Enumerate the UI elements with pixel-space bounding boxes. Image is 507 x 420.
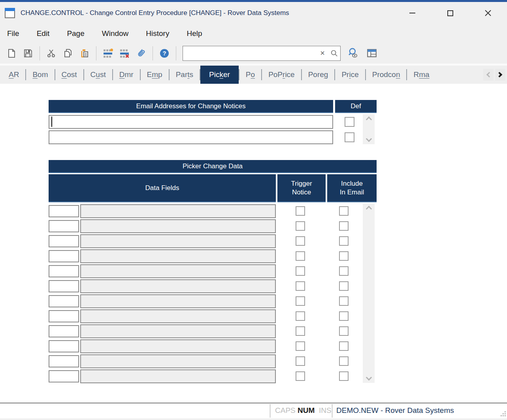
include-in-email-checkbox[interactable] [339,311,349,321]
close-button[interactable] [469,2,507,24]
trigger-notice-checkbox[interactable] [296,356,305,366]
search-icon[interactable] [328,49,340,57]
new-document-button[interactable] [3,45,20,61]
trigger-notice-checkbox[interactable] [296,221,305,231]
menu-window[interactable]: Window [102,29,129,38]
data-field-cell[interactable] [80,369,276,383]
trigger-notice-checkbox[interactable] [296,311,305,321]
data-field-cell[interactable] [80,279,276,293]
picker-scrollbar[interactable] [363,203,375,383]
trigger-notice-checkbox[interactable] [296,341,305,351]
default-checkbox[interactable] [345,132,354,142]
data-field-cell[interactable] [80,324,276,338]
tab-rma[interactable]: Rma [407,66,435,84]
window-layout-button[interactable] [364,45,380,61]
resize-grip[interactable] [500,411,506,417]
trigger-notice-checkbox[interactable] [296,266,305,276]
toolbar-separator [40,46,40,60]
tab-bom[interactable]: Bom [26,66,54,84]
row-code-input[interactable] [49,355,79,367]
include-in-email-checkbox[interactable] [339,236,349,246]
row-code-input[interactable] [49,235,79,247]
data-field-cell[interactable] [80,294,276,308]
menu-page[interactable]: Page [67,29,84,38]
attachment-button[interactable] [133,45,149,61]
trigger-notice-checkbox[interactable] [296,206,305,216]
tab-ar[interactable]: AR [2,66,25,84]
include-in-email-checkbox[interactable] [339,326,349,336]
minimize-button[interactable] [393,2,431,24]
include-in-email-checkbox[interactable] [339,206,349,216]
data-field-cell[interactable] [80,264,276,278]
tab-poprice[interactable]: PoPrice [262,66,301,84]
row-code-input[interactable] [49,295,79,307]
data-field-cell[interactable] [80,249,276,263]
trigger-notice-checkbox[interactable] [296,296,305,306]
search-input[interactable] [183,47,317,59]
menu-edit[interactable]: Edit [37,29,50,38]
data-field-cell[interactable] [80,234,276,248]
tab-parts[interactable]: Parts [170,66,200,84]
data-field-cell[interactable] [80,204,276,218]
row-code-input[interactable] [49,220,79,232]
include-in-email-checkbox[interactable] [339,296,349,306]
include-in-email-checkbox[interactable] [339,371,349,381]
row-code-input[interactable] [49,325,79,337]
tab-scroll-right-button[interactable] [495,69,505,81]
tab-poreg[interactable]: Poreg [302,66,335,84]
data-field-cell[interactable] [80,339,276,353]
include-in-email-checkbox[interactable] [339,356,349,366]
window-title: CHANGE.CONTROL - Change Control Entry Pr… [21,9,289,17]
data-field-cell[interactable] [80,309,276,323]
tab-po[interactable]: Po [239,66,261,84]
include-in-email-checkbox[interactable] [339,281,349,291]
paste-button[interactable] [76,45,93,61]
scroll-down-icon[interactable] [366,136,372,142]
tab-prodcon[interactable]: Prodcon [366,66,407,84]
maximize-button[interactable] [431,2,469,24]
data-field-cell[interactable] [80,219,276,233]
row-code-input[interactable] [49,340,79,352]
menu-help[interactable]: Help [187,29,202,38]
tab-cost[interactable]: Cost [55,66,83,84]
email-address-input[interactable] [49,130,333,144]
data-field-cell[interactable] [80,354,276,368]
help-button[interactable]: ? [156,45,173,61]
trigger-notice-checkbox[interactable] [296,281,305,291]
delete-row-button[interactable] [116,45,133,61]
email-address-input[interactable] [49,115,333,129]
trigger-notice-checkbox[interactable] [296,236,305,246]
row-code-input[interactable] [49,310,79,322]
scroll-up-icon[interactable] [366,206,372,212]
menu-file[interactable]: File [7,29,19,38]
include-in-email-checkbox[interactable] [339,266,349,276]
trigger-notice-checkbox[interactable] [296,371,305,381]
tab-scroll-left-button[interactable] [483,69,494,81]
clear-search-icon[interactable]: × [317,49,328,58]
tab-emp[interactable]: Emp [141,66,169,84]
include-in-email-checkbox[interactable] [339,341,349,351]
include-in-email-checkbox[interactable] [339,221,349,231]
cut-button[interactable] [43,45,60,61]
tab-picker[interactable]: Picker [200,66,239,84]
email-scrollbar[interactable] [363,114,375,144]
default-checkbox[interactable] [345,117,354,127]
menu-history[interactable]: History [146,29,169,38]
row-code-input[interactable] [49,205,79,217]
row-code-input[interactable] [49,265,79,277]
tab-price[interactable]: Price [335,66,365,84]
find-preview-button[interactable] [345,45,361,61]
save-button[interactable] [20,45,36,61]
row-code-input[interactable] [49,280,79,292]
row-code-input[interactable] [49,370,79,382]
trigger-notice-checkbox[interactable] [296,326,305,336]
copy-button[interactable] [60,45,76,61]
row-code-input[interactable] [49,250,79,262]
scroll-up-icon[interactable] [366,117,372,123]
insert-row-button[interactable] [100,45,116,61]
include-in-email-checkbox[interactable] [339,251,349,261]
scroll-down-icon[interactable] [366,375,372,381]
tab-cust[interactable]: Cust [84,66,112,84]
trigger-notice-checkbox[interactable] [296,251,305,261]
tab-dmr[interactable]: Dmr [113,66,140,84]
